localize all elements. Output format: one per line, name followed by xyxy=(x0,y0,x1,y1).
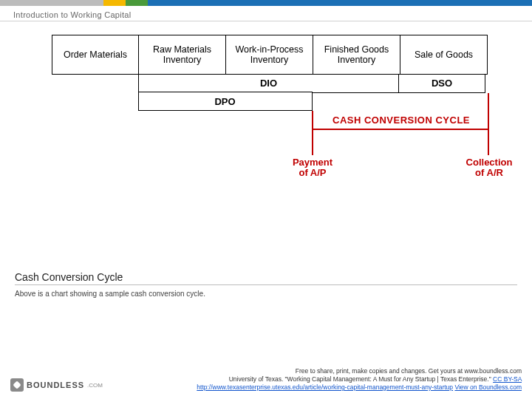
footer-credits: Free to share, print, make copies and ch… xyxy=(110,367,522,392)
boundless-logo: BOUNDLESS .COM xyxy=(10,378,103,392)
stage-box: Raw Materials Inventory xyxy=(139,35,226,75)
ccc-span-line xyxy=(312,129,489,130)
stage-box: Sale of Goods xyxy=(400,35,488,75)
cash-conversion-diagram: Order Materials Raw Materials Inventory … xyxy=(52,35,502,227)
slide-title: Introduction to Working Capital xyxy=(0,6,532,21)
dpo-metric: DPO xyxy=(138,92,313,111)
payment-label: Payment of A/P xyxy=(287,157,338,179)
payment-connector xyxy=(312,111,313,155)
logo-icon xyxy=(10,378,24,392)
caption-title: Cash Conversion Cycle xyxy=(15,271,532,283)
credit-source: University of Texas. "Working Capital Ma… xyxy=(229,375,493,383)
stage-box: Order Materials xyxy=(52,35,139,75)
metric-row-1: DIO DSO xyxy=(52,74,502,93)
source-url-link[interactable]: http://www.texasenterprise.utexas.edu/ar… xyxy=(197,383,453,391)
stage-box: Finished Goods Inventory xyxy=(313,35,400,75)
collection-label: Collection of A/R xyxy=(460,157,518,179)
credit-site-link[interactable]: www.boundless.com xyxy=(465,367,522,375)
dso-metric: DSO xyxy=(398,74,485,93)
license-link[interactable]: CC BY-SA xyxy=(493,375,522,383)
caption-description: Above is a chart showing a sample cash c… xyxy=(15,290,532,298)
caption-divider xyxy=(15,284,517,285)
ccc-label: CASH CONVERSION CYCLE xyxy=(332,115,470,126)
header-color-bar xyxy=(0,0,532,6)
logo-text: BOUNDLESS xyxy=(27,381,84,389)
logo-tld: .COM xyxy=(87,382,103,389)
collection-connector xyxy=(488,93,489,155)
view-on-boundless-link[interactable]: View on Boundless.com xyxy=(454,383,522,391)
process-stage-row: Order Materials Raw Materials Inventory … xyxy=(52,35,502,75)
credit-free-text: Free to share, print, make copies and ch… xyxy=(296,367,465,375)
footer: BOUNDLESS .COM Free to share, print, mak… xyxy=(0,367,532,392)
metric-row-2: DPO xyxy=(52,92,502,111)
dio-metric: DIO xyxy=(138,74,400,93)
stage-box: Work-in-Process Inventory xyxy=(226,35,313,75)
